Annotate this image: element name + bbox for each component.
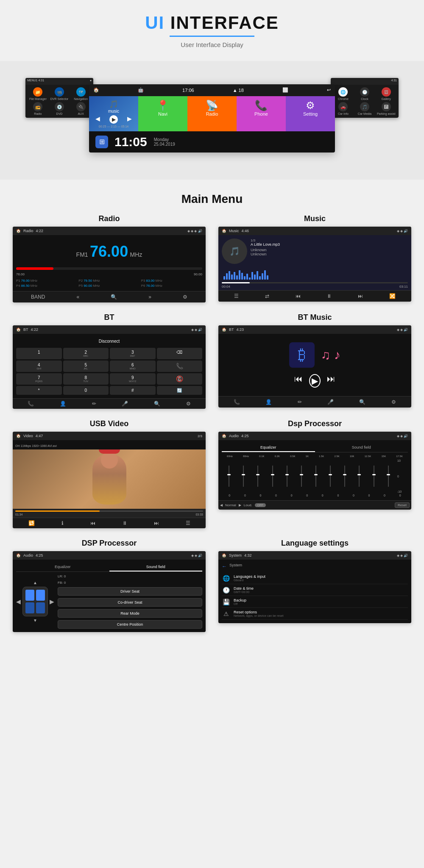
preset-p4[interactable]: P4 86.50 MHz — [16, 284, 77, 288]
lang-item-datetime[interactable]: 🕐 Date & time GMT+00:00 — [222, 584, 408, 596]
list-item[interactable]: 🚗 Car Info — [333, 102, 353, 115]
bt-key-hangup[interactable]: 📵 — [157, 373, 203, 385]
bt-key-call[interactable]: 📞 — [157, 361, 203, 372]
bt-key-5[interactable]: 5JKL — [63, 361, 109, 372]
dsp2-up-arrow[interactable]: ▲ — [33, 580, 37, 585]
eq-slider-11[interactable] — [374, 466, 374, 487]
music-next-button[interactable]: ⏭ — [358, 293, 363, 299]
eq-slider-5[interactable] — [287, 466, 287, 487]
bt-music-contact[interactable]: 👤 — [265, 399, 272, 405]
bt-key-hash[interactable]: # — [110, 386, 156, 395]
video-next[interactable]: ⏭ — [154, 520, 159, 526]
co-driver-seat-button[interactable]: Co-driver Seat — [58, 598, 202, 607]
hero-nav-setting[interactable]: ⚙ Setting — [286, 96, 335, 131]
dsp2-down-arrow[interactable]: ▼ — [33, 618, 37, 623]
eq-slider-12[interactable] — [388, 466, 389, 487]
bt-key-reload[interactable]: 🔄 — [157, 386, 203, 395]
dsp-tab-sf[interactable]: Sound field — [315, 444, 408, 452]
list-item[interactable]: 🅿 Parking assist — [376, 102, 396, 115]
bt-key-9[interactable]: 9WXYZ — [110, 373, 156, 385]
bt-music-mic[interactable]: 🎤 — [327, 399, 334, 405]
video-info[interactable]: ℹ — [61, 520, 64, 526]
music-list-button[interactable]: ☰ — [234, 293, 239, 299]
bt-key-3[interactable]: 3DEF — [110, 348, 156, 359]
video-play[interactable]: ⏸ — [122, 520, 127, 526]
bt-play-button[interactable]: ▶ — [309, 374, 321, 388]
preset-p1[interactable]: P1 76.00 MHz — [16, 279, 77, 283]
bt-contact-icon[interactable]: 👤 — [60, 401, 66, 407]
preset-p2[interactable]: P2 79.50 MHz — [78, 279, 139, 283]
eq-slider-9[interactable] — [344, 466, 345, 487]
list-item[interactable]: 🎵 Car Media — [355, 102, 375, 115]
bt-music-edit[interactable]: ✏ — [298, 399, 302, 405]
video-list[interactable]: ☰ — [186, 520, 190, 526]
bt-next-button[interactable]: ⏭ — [327, 374, 335, 388]
music-shuffle-button[interactable]: 🔀 — [389, 293, 396, 299]
list-item[interactable]: 🕐 Clock — [355, 87, 375, 100]
list-item[interactable]: 🔌 AUX — [71, 102, 91, 115]
dsp-play-icon[interactable]: ▶ — [239, 503, 241, 507]
dsp2-right-arrow[interactable]: ▶ — [50, 598, 54, 605]
bt-key-6[interactable]: 6MNO — [110, 361, 156, 372]
bt-key-8[interactable]: 8TUV — [63, 373, 109, 385]
prev-button[interactable]: « — [76, 294, 79, 300]
bt-key-star[interactable]: * — [16, 386, 62, 395]
bt-key-1[interactable]: 1 — [16, 348, 62, 359]
list-item[interactable]: 🌐 Chrome — [333, 87, 353, 100]
bt-settings-icon[interactable]: ⚙ — [186, 401, 191, 407]
eq-slider-8[interactable] — [330, 466, 331, 487]
eq-slider-7[interactable] — [315, 466, 316, 487]
dsp-tab-eq[interactable]: Equalizer — [222, 444, 315, 452]
dsp-prev-icon[interactable]: ◀ — [220, 503, 223, 507]
bt-music-call[interactable]: 📞 — [234, 399, 240, 405]
next-button[interactable]: » — [148, 294, 151, 300]
eq-slider-2[interactable] — [243, 466, 244, 487]
list-item[interactable]: 🖼 Gallery — [376, 87, 396, 100]
bt-key-2[interactable]: 2ABC — [63, 348, 109, 359]
bt-key-del[interactable]: ⌫ — [157, 348, 203, 359]
list-item[interactable]: 📁 File Manager — [28, 87, 48, 100]
music-prev-button[interactable]: ⏮ — [296, 293, 301, 299]
music-progress-bar[interactable] — [222, 282, 408, 283]
bt-music-settings[interactable]: ⚙ — [391, 399, 396, 405]
dsp2-tab-eq[interactable]: Equalizer — [16, 563, 109, 571]
lang-item-reset[interactable]: ⚠ Reset options Network, apps, or device… — [222, 608, 408, 620]
dsp2-tab-sf[interactable]: Sound field — [109, 563, 203, 571]
rear-mode-button[interactable]: Rear Mode — [58, 609, 202, 618]
hero-nav-radio[interactable]: 📡 Radio — [187, 96, 237, 131]
lang-item-language[interactable]: 🌐 Languages & input Gboard — [222, 572, 408, 584]
driver-seat-button[interactable]: Driver Seat — [58, 587, 202, 596]
bt-mic-icon[interactable]: 🎤 — [122, 401, 128, 407]
preset-p3[interactable]: P3 83.00 MHz — [141, 279, 202, 283]
lang-back-arrow[interactable]: ← — [222, 563, 227, 569]
hero-nav-navi[interactable]: 📍 Navi — [138, 96, 187, 131]
centre-position-button[interactable]: Centre Position — [58, 620, 202, 629]
dsp2-left-arrow[interactable]: ◀ — [16, 598, 21, 605]
preset-p5[interactable]: P5 90.00 MHz — [78, 284, 139, 288]
bt-key-0[interactable]: 0 — [63, 386, 109, 395]
music-play-button[interactable]: ⏸ — [326, 293, 332, 299]
bt-edit-icon[interactable]: ✏ — [92, 401, 96, 407]
video-prev[interactable]: ⏮ — [90, 520, 95, 526]
hero-nav-music[interactable]: 🎵 music ◀▶▶ 00:25 — 2:15 — 05:14 — [89, 96, 138, 131]
eq-slider-10[interactable] — [359, 466, 360, 487]
video-repeat[interactable]: 🔁 — [28, 520, 35, 526]
hero-nav-phone[interactable]: 📞 Phone — [237, 96, 286, 131]
eq-slider-1[interactable] — [229, 466, 229, 487]
bt-music-search[interactable]: 🔍 — [359, 399, 365, 405]
video-progress-track[interactable] — [15, 510, 203, 512]
bt-prev-button[interactable]: ⏮ — [294, 374, 303, 388]
bt-call-icon[interactable]: 📞 — [28, 401, 34, 407]
music-repeat-button[interactable]: ⇄ — [265, 293, 269, 299]
eq-slider-3[interactable] — [257, 466, 258, 487]
preset-p6[interactable]: P6 76.00 MHz — [141, 284, 202, 288]
list-item[interactable]: 📹 DVR Selector — [50, 87, 70, 100]
hero-apps-icon[interactable]: ⊞ — [95, 136, 108, 148]
band-button[interactable]: BAND — [31, 294, 45, 300]
dsp-loudness-toggle[interactable]: OFF — [255, 503, 266, 507]
settings-button[interactable]: ⚙ — [183, 294, 187, 300]
list-item[interactable]: 💿 DVD — [50, 102, 70, 115]
eq-slider-6[interactable] — [301, 466, 302, 487]
lang-item-backup[interactable]: 💾 Backup Off — [222, 596, 408, 608]
bt-key-7[interactable]: 7PQRS — [16, 373, 62, 385]
